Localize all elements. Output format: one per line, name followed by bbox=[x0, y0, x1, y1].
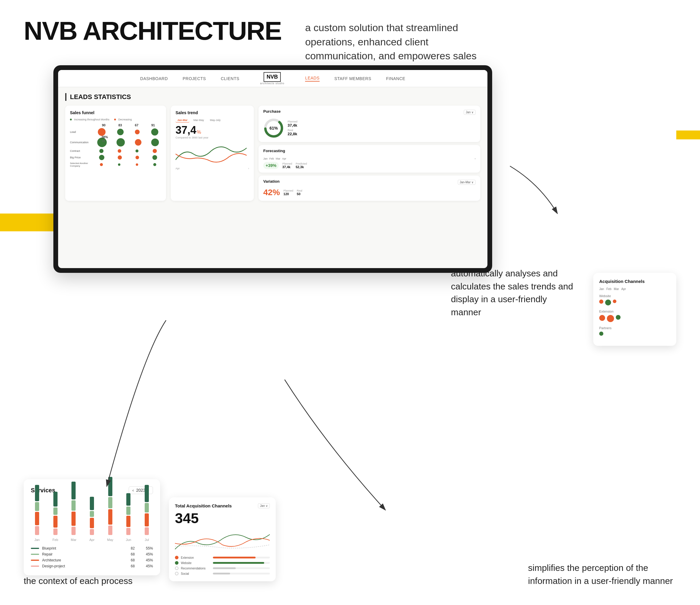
nav-projects[interactable]: PROJECTS bbox=[183, 76, 206, 81]
funnel-label-contract: Contract bbox=[70, 149, 94, 152]
fm-nav[interactable]: › bbox=[475, 157, 476, 160]
bar-design-mar bbox=[72, 527, 76, 535]
selected-dot-3 bbox=[136, 163, 138, 166]
laptop-mockup: DASHBOARD PROJECTS CLIENTS NVB architect… bbox=[53, 65, 492, 273]
acq-label-extension: Extension bbox=[181, 556, 210, 559]
nav-dashboard[interactable]: DASHBOARD bbox=[140, 76, 168, 81]
nav-logo-box: NVB bbox=[264, 72, 281, 82]
bar-arch-may bbox=[108, 509, 112, 525]
decreasing-label: Decreasing bbox=[118, 118, 132, 121]
dashboard-grid: Sales funnel Increasing throughout Month… bbox=[65, 105, 480, 201]
nav-finance[interactable]: FINANCE bbox=[386, 76, 405, 81]
trend-percent: % bbox=[197, 129, 201, 135]
purchase-real-label: Real bbox=[288, 129, 297, 132]
p-dot-1 bbox=[599, 332, 603, 336]
trend-tab-may-july[interactable]: May-July bbox=[208, 118, 222, 122]
acq-dropdown[interactable]: Jan ∨ bbox=[258, 503, 270, 508]
acq-ch-m-mar: Mar bbox=[614, 287, 619, 291]
nav-leads[interactable]: LEADS bbox=[305, 76, 319, 81]
e-dot-3 bbox=[616, 315, 621, 320]
trend-x-nav[interactable]: › bbox=[248, 167, 249, 170]
annotation-right-middle: automatically analyses and calculates th… bbox=[451, 267, 575, 318]
bar-design-apr bbox=[90, 529, 94, 535]
acq-ch-partners-dots bbox=[599, 332, 670, 336]
month-jul: Jul bbox=[145, 538, 149, 541]
legend-count-blueprint: 82 bbox=[131, 546, 140, 551]
acq-bar-extension bbox=[213, 557, 270, 558]
legend-name-blueprint: Blueprint bbox=[42, 546, 128, 551]
year-prev[interactable]: ‹ bbox=[132, 488, 134, 492]
bar-repair-jul bbox=[145, 503, 149, 512]
radio-social bbox=[175, 572, 178, 575]
funnel-label-bigprice: Big Price bbox=[70, 156, 94, 159]
bar-blueprint-jan bbox=[35, 485, 39, 501]
acq-bar-social bbox=[213, 573, 270, 575]
forecast-stats: Planned 37,4k Predicted 52,3k bbox=[282, 162, 307, 169]
nav-clients[interactable]: CLIENTS bbox=[221, 76, 240, 81]
bar-stack-may bbox=[104, 477, 117, 535]
bigprice-dot-3 bbox=[135, 156, 139, 159]
variation-planned-value: 120 bbox=[283, 192, 293, 196]
annotation-bottom-right: simplifies the perception of the informa… bbox=[528, 561, 676, 587]
variation-title: Variation bbox=[263, 179, 280, 184]
comm-dot-4 bbox=[151, 139, 159, 146]
acq-ch-extension-title: Extension bbox=[599, 310, 670, 313]
forecast-planned-label: Planned bbox=[282, 162, 292, 165]
bar-design-jan bbox=[35, 526, 39, 535]
acq-bar-fill-recommendations bbox=[213, 567, 236, 569]
acq-row-recommendations: Recommendations bbox=[175, 566, 270, 570]
purchase-dropdown[interactable]: Jan ∨ bbox=[464, 110, 476, 115]
funnel-col-67: 67 bbox=[129, 123, 144, 127]
comm-dot-1 bbox=[97, 138, 107, 147]
nav-bar: DASHBOARD PROJECTS CLIENTS NVB architect… bbox=[58, 70, 488, 87]
trend-tab-jan-mar[interactable]: Jan-Mar bbox=[176, 118, 190, 122]
w-dot-1 bbox=[599, 299, 603, 304]
forecasting-header: Forecasting bbox=[263, 149, 476, 155]
acq-header: Total Acquisition Channels Jan ∨ bbox=[175, 503, 270, 508]
variation-dropdown[interactable]: Jan-Mar ∨ bbox=[458, 180, 476, 185]
services-col-may: May bbox=[104, 477, 117, 541]
variation-stats-row: Planned 120 Real 50 bbox=[283, 189, 302, 196]
forecasting-title: Forecasting bbox=[263, 149, 285, 153]
services-col-jan: Jan bbox=[31, 485, 43, 541]
fm-apr: Apr bbox=[282, 157, 286, 160]
acq-label-website: Website bbox=[181, 561, 210, 565]
lead-dot-4 bbox=[151, 128, 158, 136]
bar-stack-jan bbox=[31, 485, 43, 535]
comm-sub: 34 bbox=[102, 139, 105, 142]
funnel-col-91: 91 bbox=[146, 123, 160, 127]
acq-channels-legend: Extension Website Recommendations Social bbox=[175, 556, 270, 575]
comm-dot-3 bbox=[135, 139, 142, 146]
acq-line-chart bbox=[175, 529, 270, 552]
screen-inner-content: LEADS STATISTICS Sales funnel Increasing… bbox=[58, 87, 488, 268]
brand-title: NVB ARCHITECTURE bbox=[24, 18, 281, 44]
lead-dot-1 bbox=[98, 128, 105, 136]
bar-repair-mar bbox=[72, 500, 76, 511]
contract-dot-3 bbox=[135, 149, 139, 152]
bar-design-feb bbox=[53, 529, 57, 535]
services-bar-chart: Jan Feb Mar bbox=[31, 500, 153, 541]
forecast-predicted-value: 52,3k bbox=[296, 165, 307, 169]
funnel-col-90: 90 bbox=[96, 123, 111, 127]
variation-real: Real 50 bbox=[297, 189, 302, 196]
forecast-months: Jan Feb Mar Apr › bbox=[263, 157, 476, 160]
sales-funnel-title: Sales funnel bbox=[70, 110, 161, 115]
acq-bar-fill-website bbox=[213, 562, 264, 564]
purchase-planned-label: Planned bbox=[288, 120, 297, 123]
purchase-stats: Planned 37,4k Real 22,8k bbox=[288, 120, 297, 136]
bar-design-jun bbox=[126, 528, 130, 535]
forecast-predicted-label: Predicted bbox=[296, 162, 307, 165]
month-mar: Mar bbox=[71, 538, 76, 541]
trend-chart bbox=[176, 142, 249, 166]
funnel-legend: Increasing throughout Months Decreasing bbox=[70, 118, 161, 121]
services-col-feb: Feb bbox=[49, 492, 62, 541]
nav-staff[interactable]: STAFF MEMBERS bbox=[334, 76, 371, 81]
increasing-dot bbox=[70, 119, 72, 120]
month-apr: Apr bbox=[89, 538, 94, 541]
trend-value-row: 37,4 % bbox=[176, 125, 249, 136]
forecast-badge: +39% bbox=[263, 162, 279, 169]
nav-logo-sub: architects studio bbox=[260, 82, 284, 85]
bar-stack-jun bbox=[122, 493, 135, 535]
trend-tab-mar-may[interactable]: Mar-May bbox=[192, 118, 206, 122]
sales-trend-title: Sales trend bbox=[176, 110, 249, 115]
